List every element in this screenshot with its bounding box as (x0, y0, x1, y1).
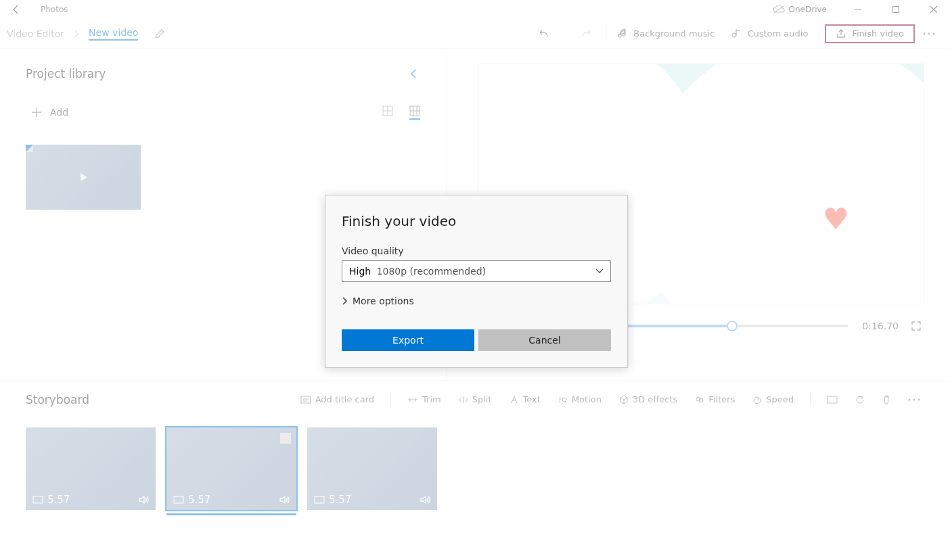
quality-value-detail: 1080p (recommended) (377, 266, 486, 277)
finish-video-dialog: Finish your video Video quality High 108… (325, 195, 628, 368)
cancel-button[interactable]: Cancel (478, 329, 611, 351)
dialog-title: Finish your video (342, 213, 611, 229)
quality-select[interactable]: High 1080p (recommended) (342, 260, 611, 282)
export-button[interactable]: Export (342, 329, 474, 351)
chevron-right-icon (342, 297, 347, 305)
quality-label: Video quality (342, 246, 611, 256)
more-options-button[interactable]: More options (342, 296, 611, 306)
more-options-label: More options (353, 296, 414, 306)
chevron-down-icon (595, 269, 604, 274)
quality-value-high: High (349, 266, 371, 277)
